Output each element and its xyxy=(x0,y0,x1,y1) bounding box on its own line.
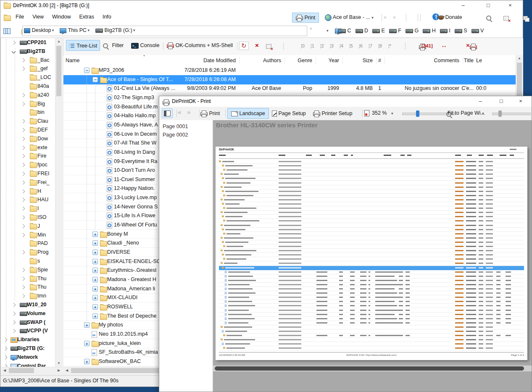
tree-item-min[interactable]: Min xyxy=(1,231,55,239)
drive-f[interactable]: F xyxy=(389,24,401,37)
tree-item-iso[interactable]: ISO xyxy=(1,213,55,222)
zoom-dropdown-icon[interactable]: ▾ xyxy=(391,111,393,116)
breadcrumb-desktop[interactable]: Desktop ▾ xyxy=(24,27,54,33)
drive-d[interactable]: D xyxy=(356,24,369,37)
tree-item-big2tb[interactable]: Big2TB xyxy=(1,47,55,56)
tree-item-h[interactable]: H xyxy=(1,187,55,196)
print-close-button[interactable]: × xyxy=(511,96,530,106)
tree-item-fpoc[interactable]: fpoc xyxy=(1,160,55,169)
depth-button-7[interactable]: ¦7 xyxy=(366,43,375,48)
expand-icon[interactable] xyxy=(12,329,16,333)
tree-item-spie[interactable]: Spie xyxy=(1,266,55,274)
print-minimize-button[interactable]: – xyxy=(471,96,490,106)
scroll-left-arrow[interactable]: ◀ xyxy=(1,367,8,374)
expand-icon[interactable] xyxy=(21,58,25,62)
previous-page-button[interactable]: « xyxy=(178,108,181,116)
expand-icon[interactable] xyxy=(21,154,25,158)
expand-icon[interactable] xyxy=(21,172,25,176)
minimize-button[interactable]: – xyxy=(454,0,472,11)
print-maximize-button[interactable]: □ xyxy=(492,96,511,106)
tree-item-cpp201[interactable]: CPP201 xyxy=(1,38,55,47)
expand-icon[interactable] xyxy=(3,364,8,367)
expand-box-icon[interactable]: + xyxy=(92,313,98,319)
expand-icon[interactable] xyxy=(21,119,25,124)
expand-icon[interactable] xyxy=(3,347,8,351)
tree-item-big2tb-g-[interactable]: Big2TB (G: xyxy=(1,344,55,353)
tree-item-big[interactable]: Big xyxy=(1,100,55,108)
tree-item-s[interactable]: s xyxy=(1,257,55,266)
depth-button-8[interactable]: ¦8 xyxy=(375,43,385,48)
tree-item-j[interactable]: J xyxy=(1,222,55,231)
tree-item--bac[interactable]: _Bac xyxy=(1,56,55,65)
expand-icon[interactable] xyxy=(12,303,16,307)
depth-button-3[interactable]: ¦3 xyxy=(327,43,337,48)
tree-item-vcpp-v[interactable]: VCPP (V xyxy=(1,326,55,335)
tree-item-dow[interactable]: Dow xyxy=(1,134,55,143)
menu-extras[interactable]: Extras xyxy=(75,11,98,20)
depth-button-2[interactable]: ¦2 xyxy=(317,43,327,48)
zoom-value[interactable]: 352 % xyxy=(372,110,387,116)
expand-icon[interactable] xyxy=(12,311,16,316)
tree-item-control-par[interactable]: Control Par xyxy=(1,362,55,367)
scroll-up-arrow[interactable]: ▲ xyxy=(516,55,523,62)
drive-h[interactable]: H xyxy=(423,24,436,37)
tree-item-clau[interactable]: Clau xyxy=(1,117,55,126)
expand-icon[interactable] xyxy=(21,145,25,150)
tab-filter[interactable]: Filter xyxy=(100,40,126,51)
printer-red-icon[interactable] xyxy=(470,45,477,49)
drive-v[interactable]: V xyxy=(471,24,484,37)
tree-vscrollbar[interactable]: ▲ ▼ xyxy=(55,38,63,367)
refresh-icon[interactable]: ↻ xyxy=(239,42,249,50)
expand-box-icon[interactable]: + xyxy=(92,268,98,273)
tree-item--loc[interactable]: _LOC xyxy=(1,73,55,82)
panes-toggle-icon[interactable] xyxy=(3,28,11,34)
expand-icon[interactable] xyxy=(21,268,25,272)
tree-item-thu[interactable]: Thu xyxy=(1,274,55,283)
expand-box-icon[interactable]: + xyxy=(92,304,98,310)
printer-setup-button[interactable]: Printer Setup xyxy=(313,108,352,118)
chevron-down-icon[interactable]: ▾ xyxy=(132,28,135,32)
column-header-le[interactable]: Le xyxy=(476,58,482,63)
preview-hscrollbar[interactable] xyxy=(213,366,532,371)
menu-view[interactable]: View xyxy=(28,11,48,20)
tree-item-hau[interactable]: HAU xyxy=(1,195,55,204)
expand-box-icon[interactable]: + xyxy=(92,232,98,237)
ok-columns-button[interactable]: OK-Columns + MS-Shell xyxy=(164,40,235,51)
expand-icon[interactable] xyxy=(3,338,8,342)
tree-item--gef[interactable]: _gef xyxy=(1,64,55,73)
breadcrumb-big2tb-g-[interactable]: Big2TB (G:) ▾ xyxy=(95,27,135,33)
tree-item-prog[interactable]: Prog xyxy=(1,248,55,257)
tree-item-network[interactable]: Network xyxy=(1,353,55,362)
expand-icon[interactable] xyxy=(21,276,25,281)
drive-s[interactable]: S xyxy=(455,24,467,37)
scroll-thumb[interactable] xyxy=(9,368,34,373)
menu-window[interactable]: Window xyxy=(48,11,75,20)
tree-item-a240[interactable]: a240 xyxy=(1,91,55,100)
depth-button-*[interactable]: ¦* xyxy=(385,43,395,48)
scroll-left-arrow[interactable]: ◀ xyxy=(63,367,70,374)
close-window-icon[interactable] xyxy=(503,16,509,21)
tree-item-exte[interactable]: exte xyxy=(1,143,55,152)
document-selector[interactable]: Ace of Base - ... ▾ xyxy=(325,13,374,22)
tab-console[interactable]: Console xyxy=(129,40,162,51)
expand-icon[interactable] xyxy=(12,320,16,324)
print-button[interactable]: Print xyxy=(200,108,220,118)
tree-item-def[interactable]: DEF xyxy=(1,126,55,134)
tab-tree-list[interactable]: Tree-List xyxy=(66,40,100,51)
depth-button-6[interactable]: ¦6 xyxy=(356,43,366,48)
prev-window-icon[interactable]: « xyxy=(384,14,387,20)
windows-icon[interactable] xyxy=(523,16,528,20)
page-setup-button[interactable]: Page Setup xyxy=(272,108,306,118)
tree-hscrollbar[interactable]: ◀ ▶ xyxy=(1,367,62,374)
scroll-right-arrow[interactable]: ▶ xyxy=(55,367,62,374)
column-header-title[interactable]: Title xyxy=(63,58,474,63)
expand-box-icon[interactable]: + xyxy=(92,295,98,300)
tree-item-frei[interactable]: FREI xyxy=(1,169,55,178)
cancel-print-icon[interactable]: × xyxy=(466,42,470,49)
tree-item-volume[interactable]: Volume xyxy=(1,309,55,318)
search-icon[interactable] xyxy=(486,16,491,21)
fit-mode-dropdown[interactable]: Fit to Page Wi... xyxy=(448,110,485,116)
scroll-thumb[interactable] xyxy=(56,46,61,96)
zoom-slider-thumb[interactable] xyxy=(416,110,419,117)
drive-c[interactable]: C xyxy=(338,24,351,37)
